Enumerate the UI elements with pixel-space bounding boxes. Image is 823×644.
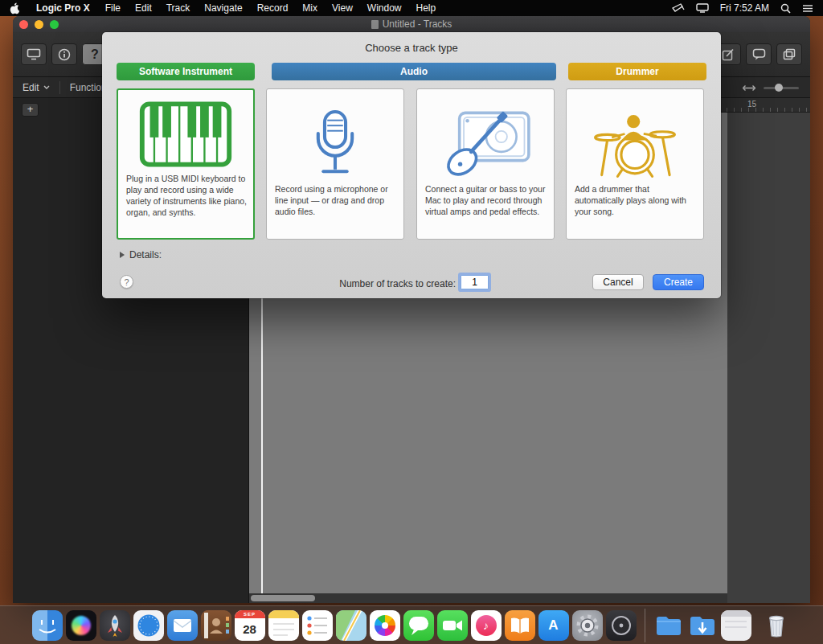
dock-item-contacts[interactable] [201, 610, 231, 641]
calendar-day-label: 28 [235, 618, 265, 641]
horizontal-scrollbar-handle[interactable] [251, 595, 315, 601]
display-icon [27, 48, 41, 60]
help-button[interactable]: ? [120, 275, 133, 289]
video-camera-icon [437, 610, 468, 641]
dock-item-facetime[interactable] [437, 610, 468, 641]
menu-help[interactable]: Help [409, 2, 444, 14]
mail-envelope-icon [167, 610, 198, 641]
microphone-icon [305, 109, 366, 179]
rocket-icon [100, 610, 130, 641]
menu-bar: Logic Pro X File Edit Track Navigate Rec… [0, 0, 823, 16]
dialog-title: Choose a track type [102, 42, 721, 54]
dock-item-notes[interactable] [268, 610, 299, 641]
dock-item-photos[interactable] [370, 610, 400, 641]
card-description: Plug in a USB MIDI keyboard to play and … [126, 174, 247, 218]
horizontal-zoom-icon [743, 84, 755, 92]
disc-icon [606, 610, 637, 641]
window-titlebar[interactable]: Untitled - Tracks [13, 16, 810, 32]
details-disclosure[interactable]: Details: [120, 249, 162, 260]
category-label: Software Instrument [139, 66, 232, 77]
browsers-button[interactable] [776, 43, 802, 65]
dock-item-music[interactable]: ♪ [471, 610, 502, 641]
dock-item-finder[interactable] [32, 610, 63, 641]
menu-app-name[interactable]: Logic Pro X [28, 2, 98, 14]
dock-item-reminders[interactable] [302, 610, 333, 641]
category-drummer[interactable]: Drummer [568, 63, 706, 80]
notes-icon [268, 610, 299, 641]
dock-item-mail[interactable] [167, 610, 198, 641]
dock-item-applications-folder[interactable] [653, 610, 684, 641]
downloads-folder-icon [687, 610, 718, 641]
reminders-icon [302, 610, 333, 641]
dock-item-downloads-folder[interactable] [687, 610, 718, 641]
disclosure-triangle-icon [120, 252, 125, 258]
dock-item-trash[interactable] [761, 610, 792, 641]
dock: SEP 28 [0, 605, 823, 644]
dock-item-calendar[interactable]: SEP 28 [235, 610, 265, 641]
card-audio-microphone[interactable]: Record using a microphone or line input … [266, 88, 404, 240]
menu-file[interactable]: File [98, 2, 128, 14]
menu-window[interactable]: Window [360, 2, 409, 14]
tracks-count-input[interactable] [461, 275, 489, 289]
minimize-button[interactable] [35, 20, 43, 29]
display-icon[interactable] [696, 3, 709, 13]
menu-edit[interactable]: Edit [128, 2, 159, 14]
apple-logo-icon [10, 2, 20, 14]
edit-menu-button[interactable]: Edit [13, 82, 59, 93]
category-audio[interactable]: Audio [272, 63, 556, 80]
card-drummer[interactable]: Add a drummer that automatically plays a… [566, 88, 704, 240]
dock-item-app-store[interactable]: A [538, 610, 569, 641]
notification-center-icon[interactable] [802, 4, 813, 13]
apple-menu[interactable] [0, 2, 28, 14]
tracks-count-label: Number of tracks to create: [295, 278, 456, 289]
dock-item-dvd-player[interactable] [606, 610, 637, 641]
horizontal-scrollbar[interactable] [249, 593, 727, 603]
tracks-area-right-gutter [727, 113, 810, 603]
help-icon: ? [124, 277, 129, 287]
category-software-instrument[interactable]: Software Instrument [117, 63, 255, 80]
menu-track[interactable]: Track [159, 2, 198, 14]
quick-help-icon: ? [91, 47, 99, 62]
drum-kit-icon [590, 109, 680, 179]
menu-mix[interactable]: Mix [295, 2, 325, 14]
apple-loops-button[interactable] [746, 43, 772, 65]
compose-note-icon [722, 48, 735, 61]
card-description: Connect a guitar or bass to your Mac to … [425, 184, 547, 218]
folder-icon [653, 610, 684, 641]
menu-record[interactable]: Record [250, 2, 296, 14]
midi-keyboard-icon [138, 101, 233, 167]
window-title: Untitled - Tracks [383, 18, 452, 30]
inspector-button[interactable] [51, 43, 77, 65]
close-button[interactable] [19, 20, 28, 29]
zoom-slider-handle[interactable] [775, 84, 783, 92]
gear-icon [572, 610, 603, 641]
menu-navigate[interactable]: Navigate [197, 2, 249, 14]
zoom-button[interactable] [50, 20, 59, 29]
finder-icon [32, 610, 63, 641]
menu-view[interactable]: View [325, 2, 360, 14]
card-software-instrument[interactable]: Plug in a USB MIDI keyboard to play and … [117, 88, 255, 240]
card-audio-guitar[interactable]: Connect a guitar or bass to your Mac to … [416, 88, 555, 240]
create-button[interactable]: Create [653, 274, 704, 290]
card-description: Add a drummer that automatically plays a… [575, 184, 697, 218]
dock-item-system-preferences[interactable] [572, 610, 603, 641]
dock-item-minimized-window[interactable] [721, 610, 751, 641]
dock-item-messages[interactable] [403, 610, 434, 641]
media-browser-icon [783, 48, 796, 60]
dock-item-books[interactable] [505, 610, 535, 641]
siri-orb-icon [72, 616, 91, 635]
spotlight-icon[interactable] [780, 3, 791, 14]
dock-item-siri[interactable] [66, 610, 96, 641]
menu-clock[interactable]: Fri 7:52 AM [720, 2, 769, 14]
add-track-button[interactable]: + [22, 103, 39, 117]
dock-item-safari[interactable] [133, 610, 164, 641]
cancel-button[interactable]: Cancel [592, 274, 644, 290]
music-note-icon: ♪ [476, 615, 497, 636]
dock-item-maps[interactable] [336, 610, 366, 641]
dock-item-launchpad[interactable] [100, 610, 130, 641]
create-label: Create [664, 277, 693, 288]
midi-keyboard-icon[interactable] [672, 3, 685, 13]
trash-icon [761, 610, 792, 641]
zoom-slider[interactable] [764, 87, 799, 89]
display-mode-button[interactable] [21, 43, 47, 65]
